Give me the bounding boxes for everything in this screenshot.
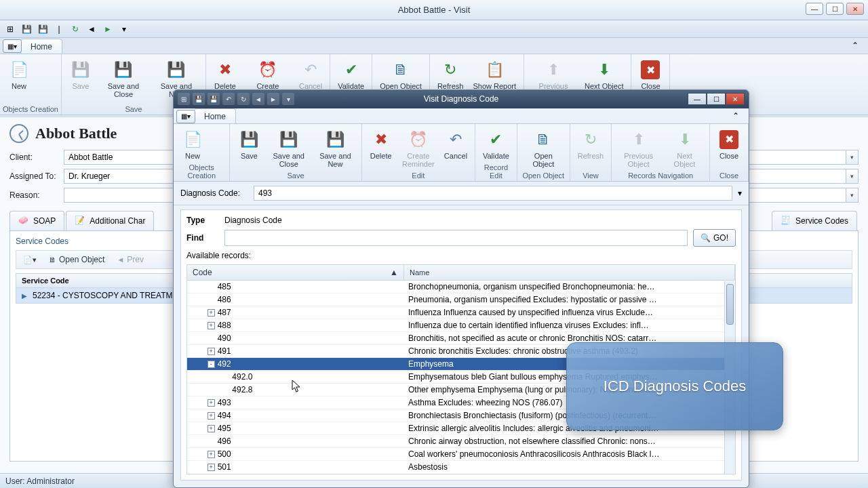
tab-additional[interactable]: 📝Additional Char	[66, 211, 154, 230]
code-cell: 492.8	[232, 385, 252, 394]
code-cell: 493	[218, 398, 231, 407]
panel-prev-button: ◄ Prev	[112, 253, 149, 266]
code-cell: 494	[218, 411, 231, 420]
panel-open-object-button[interactable]: 🗎 Open Object	[44, 253, 109, 266]
panel-new-button[interactable]: 📄▾	[18, 253, 41, 266]
dialog-ribbon-collapse-icon[interactable]: ⌃	[732, 111, 745, 122]
tree-expander-icon[interactable]: +	[208, 399, 215, 407]
tree-expander-icon[interactable]: +	[208, 451, 215, 458]
scrollbar-thumb[interactable]	[726, 284, 734, 325]
tree-expander-icon[interactable]: +	[208, 425, 215, 432]
tree-expander-icon[interactable]: -	[208, 361, 215, 368]
find-label: Find	[186, 233, 219, 243]
qa-sep-icon: |	[53, 23, 65, 35]
dialog-title: Visit Diagnosis Code	[424, 94, 499, 104]
col-code[interactable]: Code▲	[187, 265, 404, 280]
dialog-tab-home[interactable]: Home	[194, 108, 236, 123]
main-title: Abbot Battle - Visit	[398, 5, 471, 15]
name-cell: Pneumonia, organism unspecified Excludes…	[404, 295, 735, 304]
client-dropdown-icon[interactable]: ▾	[846, 150, 859, 165]
tree-expander-icon[interactable]: +	[208, 412, 215, 420]
dialog-save-button[interactable]: 💾Save	[233, 127, 265, 170]
dialog-minimize-button[interactable]: —	[688, 93, 707, 105]
dialog-qa-dd-icon[interactable]: ▾	[282, 93, 294, 105]
code-cell: 485	[218, 282, 231, 291]
table-row[interactable]: 486Pneumonia, organism unspecified Exclu…	[187, 293, 735, 306]
app-menu-button[interactable]: ▦▾	[3, 39, 22, 53]
qa-dropdown-icon[interactable]: ▾	[118, 23, 130, 35]
dialog-qa-back-icon[interactable]: ◄	[252, 93, 264, 105]
dialog-cancel-button[interactable]: ↶Cancel	[439, 127, 472, 170]
dialog-maximize-button[interactable]: ☐	[707, 93, 726, 105]
qa-save-close-icon[interactable]: 💾	[37, 23, 49, 35]
name-cell: Influenza Influenza caused by unspecifie…	[404, 308, 735, 317]
qa-back-icon[interactable]: ◄	[85, 23, 98, 35]
table-row[interactable]: 485Bronchopneumonia, organism unspecifie…	[187, 281, 735, 293]
tab-service-codes[interactable]: 🧾Service Codes	[772, 211, 857, 230]
code-cell: 486	[218, 295, 231, 304]
close-window-button[interactable]: ✕	[846, 3, 864, 15]
new-button[interactable]: 📄New	[3, 57, 35, 104]
dialog-close-btn[interactable]: ✖Close	[713, 127, 745, 170]
find-input[interactable]	[224, 230, 688, 246]
table-row[interactable]: +500Coal workers' pneumoconiosis Anthrac…	[187, 448, 735, 461]
go-button[interactable]: 🔍GO!	[693, 229, 736, 247]
sort-asc-icon: ▲	[390, 268, 398, 277]
diagnosis-code-label: Diagnosis Code:	[180, 188, 248, 198]
reason-dropdown-icon[interactable]: ▾	[846, 188, 859, 203]
save-close-button[interactable]: 💾Save and Close	[97, 57, 150, 104]
tab-home[interactable]: Home	[20, 39, 62, 54]
tab-soap[interactable]: 🧼SOAP	[9, 211, 64, 230]
table-row[interactable]: +487Influenza Influenza caused by unspec…	[187, 306, 735, 319]
app-icon: ⊞	[4, 23, 16, 35]
reason-label: Reason:	[9, 190, 64, 200]
dialog-qa-fwd-icon[interactable]: ►	[267, 93, 279, 105]
col-name[interactable]: Name	[404, 265, 735, 280]
assigned-dropdown-icon[interactable]: ▾	[846, 169, 859, 184]
code-cell: 492.0	[232, 372, 252, 382]
tree-expander-icon[interactable]: +	[208, 309, 215, 317]
table-row[interactable]: +501Asbestosis	[187, 461, 735, 473]
save-button: 💾Save	[64, 57, 97, 104]
service-codes-icon: 🧾	[781, 216, 791, 226]
name-cell: Coal workers' pneumoconiosis Anthracosil…	[404, 449, 735, 459]
tree-expander-icon[interactable]: +	[208, 322, 215, 329]
dialog-app-icon: ⊞	[178, 93, 190, 105]
dialog-qa-save-icon[interactable]: 💾	[193, 93, 205, 105]
dialog-refresh-button: ↻Refresh	[573, 127, 609, 170]
diagnosis-code-dropdown-icon[interactable]: ▾	[738, 188, 742, 198]
dialog-save-new-button[interactable]: 💾Save and New	[312, 127, 359, 170]
dialog-app-menu-button[interactable]: ▦▾	[176, 110, 195, 123]
tree-expander-icon[interactable]: +	[208, 464, 215, 471]
name-cell: Asbestosis	[404, 462, 735, 472]
table-row[interactable]: 496Chronic airway obstruction, not elsew…	[187, 435, 735, 448]
note-icon: 📝	[75, 216, 85, 226]
ribbon-collapse-icon[interactable]: ⌃	[852, 41, 864, 52]
minimize-button[interactable]: —	[806, 3, 823, 15]
dialog-create-reminder-button: ⏰Create Reminder	[397, 127, 439, 170]
dialog-qa-refresh-icon[interactable]: ↻	[237, 93, 250, 105]
assigned-label: Assigned To:	[9, 171, 64, 181]
qa-refresh-icon[interactable]: ↻	[69, 23, 81, 35]
main-titlebar: Abbot Battle - Visit — ☐ ✕	[0, 0, 868, 20]
patient-name-header: Abbot Battle	[35, 125, 117, 142]
search-icon: 🔍	[701, 233, 711, 243]
dialog-qa-save2-icon[interactable]: 💾	[208, 93, 220, 105]
dialog-prev-object-button: ⬆Previous Object	[614, 127, 663, 170]
diagnosis-code-field[interactable]	[254, 186, 732, 201]
row-indicator-icon: ▶	[22, 292, 27, 300]
dialog-delete-button[interactable]: ✖Delete	[365, 127, 397, 170]
tree-expander-icon[interactable]: +	[208, 348, 215, 355]
quick-access-toolbar: ⊞ 💾 💾 | ↻ ◄ ► ▾	[0, 20, 868, 38]
qa-forward-icon[interactable]: ►	[102, 23, 114, 35]
dialog-close-button[interactable]: ✕	[726, 93, 745, 105]
maximize-button[interactable]: ☐	[826, 3, 844, 15]
dialog-validate-button[interactable]: ✔Validate	[478, 127, 514, 162]
table-row[interactable]: +488Influenza due to certain identified …	[187, 319, 735, 332]
dialog-new-button[interactable]: 📄New	[176, 127, 209, 162]
qa-save-icon[interactable]: 💾	[20, 23, 33, 35]
dialog-save-close-button[interactable]: 💾Save and Close	[265, 127, 312, 170]
dialog-qa-undo-icon[interactable]: ↶	[222, 93, 235, 105]
callout-text: ICD Diagnosis Codes	[604, 378, 746, 395]
dialog-open-object-button[interactable]: 🗎Open Object	[520, 127, 567, 170]
